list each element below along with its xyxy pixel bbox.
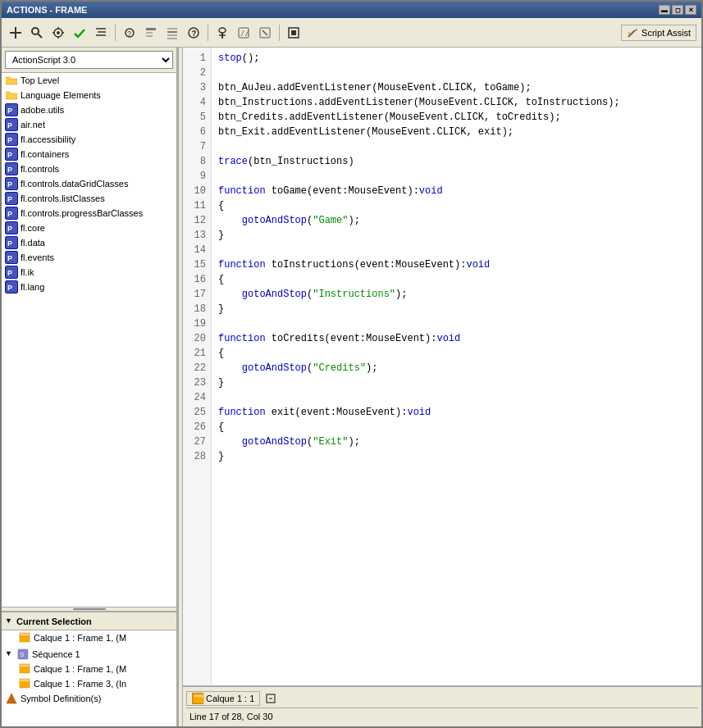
svg-rect-20: [167, 34, 177, 36]
layer-icon: [18, 631, 31, 644]
svg-point-24: [219, 28, 226, 33]
package-icon: P: [5, 162, 18, 175]
tree-item-fl-core[interactable]: P fl.core: [2, 221, 176, 235]
package-icon: P: [5, 251, 18, 264]
tree-label: fl.containers: [21, 149, 69, 159]
help-button[interactable]: ?: [185, 24, 203, 42]
close-button[interactable]: ✕: [685, 5, 696, 15]
svg-rect-21: [167, 38, 177, 39]
tree-item-fl-controls-progressbarclasses[interactable]: P fl.controls.progressBarClasses: [2, 206, 176, 221]
code-editor[interactable]: stop(); btn_AuJeu.addEventListener(Mouse…: [212, 48, 701, 685]
package-icon: P: [5, 266, 18, 279]
divider-indicator: [73, 608, 106, 610]
line-numbers: 1234567891011121314151617181920212223242…: [183, 48, 212, 685]
package-icon: P: [5, 177, 18, 190]
debug-options-button[interactable]: ?: [121, 24, 139, 42]
expand-button[interactable]: [163, 24, 181, 42]
find-button[interactable]: [28, 24, 46, 42]
pin-button[interactable]: [213, 24, 231, 42]
package-icon: P: [5, 103, 18, 116]
svg-text:P: P: [7, 136, 12, 144]
tree-item-symbol-definitions[interactable]: Symbol Definition(s): [2, 691, 176, 706]
separator-3: [279, 25, 280, 41]
svg-marker-70: [7, 694, 16, 703]
layer-icon: [18, 662, 31, 676]
tree-item-fl-events[interactable]: P fl.events: [2, 250, 176, 265]
package-icon: P: [5, 236, 18, 249]
tree-item-calque1-frame1-cs[interactable]: Calque 1 : Frame 1, (M: [2, 630, 176, 645]
tree-item-fl-accessibility[interactable]: P fl.accessibility: [2, 132, 176, 147]
folder-icon: [5, 74, 18, 87]
tree-item-language-elements[interactable]: Language Elements: [2, 88, 176, 102]
toolbar: ? ? // ✦ Sc: [2, 18, 701, 48]
restore-button[interactable]: ◻: [672, 5, 683, 15]
collapse-button[interactable]: [142, 24, 160, 42]
status-tab[interactable]: Calque 1 : 1: [186, 691, 260, 706]
svg-line-30: [262, 30, 267, 35]
status-tab-button[interactable]: [263, 691, 278, 706]
window-title: ACTIONS - FRAME: [7, 5, 87, 15]
wand-icon: ✦: [627, 27, 638, 39]
tree-item-sequence1[interactable]: ▼ S Séquence 1: [2, 647, 176, 662]
editor-panel: 1234567891011121314151617181920212223242…: [183, 48, 701, 726]
svg-text:P: P: [7, 239, 12, 248]
collapse-seq-icon[interactable]: ▼: [5, 649, 15, 659]
status-tab-label: Calque 1 : 1: [206, 694, 254, 703]
tree-item-fl-controls-datagridclasses[interactable]: P fl.controls.dataGridClasses: [2, 176, 176, 191]
tree-item-fl-ik[interactable]: P fl.ik: [2, 265, 176, 280]
package-icon: P: [5, 207, 18, 220]
library-tree[interactable]: Top Level Language Elements P adobe.util…: [2, 73, 176, 607]
separator-1: [115, 25, 116, 41]
status-tab-row: Calque 1 : 1: [186, 691, 698, 708]
auto-format-button[interactable]: [92, 24, 110, 42]
script-assist-label: Script Assist: [641, 28, 691, 38]
svg-text:P: P: [7, 121, 12, 130]
status-bar: Calque 1 : 1 Line 17 of 28, Col 30: [183, 685, 701, 726]
svg-rect-1: [15, 27, 16, 39]
uncomment-button[interactable]: [256, 24, 274, 42]
tree-label: fl.controls.dataGridClasses: [21, 179, 128, 189]
package-icon: P: [5, 133, 18, 146]
svg-text:P: P: [7, 151, 12, 159]
lower-tree-panel: ▼ Current Selection Calque 1 : Frame 1, …: [2, 612, 176, 726]
status-position-text: Line 17 of 28, Col 30: [186, 710, 698, 723]
svg-rect-72: [194, 694, 203, 698]
maximize-code-button[interactable]: [285, 24, 303, 42]
tree-label: fl.accessibility: [21, 134, 75, 144]
insert-target-button[interactable]: [49, 24, 67, 42]
tree-label: Calque 1 : Frame 1, (M: [34, 633, 126, 643]
comment-button[interactable]: //: [235, 24, 253, 42]
svg-rect-32: [291, 30, 296, 35]
scene-icon: S: [16, 648, 30, 661]
svg-text:P: P: [7, 254, 12, 262]
minimize-button[interactable]: ▬: [659, 5, 670, 15]
tree-item-fl-lang[interactable]: P fl.lang: [2, 280, 176, 294]
svg-rect-19: [167, 31, 177, 33]
svg-text:P: P: [7, 284, 12, 292]
tree-item-adobe-utils[interactable]: P adobe.utils: [2, 102, 176, 117]
svg-text:P: P: [7, 225, 12, 233]
svg-rect-67: [20, 664, 30, 667]
tree-item-calque1-frame1-seq[interactable]: Calque 1 : Frame 1, (M: [2, 662, 176, 676]
code-area: 1234567891011121314151617181920212223242…: [183, 48, 701, 685]
tree-label: Language Elements: [21, 90, 101, 100]
separator-2: [208, 25, 208, 41]
main-window: ACTIONS - FRAME ▬ ◻ ✕ ?: [0, 0, 703, 728]
tree-label: air.net: [21, 120, 45, 130]
actionscript-version-dropdown[interactable]: ActionScript 3.0 ActionScript 2.0 Action…: [5, 51, 173, 69]
svg-text:P: P: [7, 180, 12, 189]
tree-item-fl-controls[interactable]: P fl.controls: [2, 162, 176, 176]
script-assist-button[interactable]: ✦ Script Assist: [621, 25, 696, 41]
collapse-arrow-icon[interactable]: ▼: [5, 617, 15, 626]
package-icon: P: [5, 192, 18, 205]
tree-label: fl.events: [21, 253, 54, 262]
package-icon: P: [5, 221, 18, 234]
tree-item-fl-containers[interactable]: P fl.containers: [2, 147, 176, 162]
tree-item-air-net[interactable]: P air.net: [2, 117, 176, 132]
tree-item-calque1-frame3[interactable]: Calque 1 : Frame 3, (In: [2, 676, 176, 691]
tree-item-top-level[interactable]: Top Level: [2, 73, 176, 88]
check-syntax-button[interactable]: [71, 24, 89, 42]
tree-item-fl-controls-listclasses[interactable]: P fl.controls.listClasses: [2, 191, 176, 206]
tree-item-fl-data[interactable]: P fl.data: [2, 235, 176, 250]
add-statement-button[interactable]: [7, 24, 25, 42]
